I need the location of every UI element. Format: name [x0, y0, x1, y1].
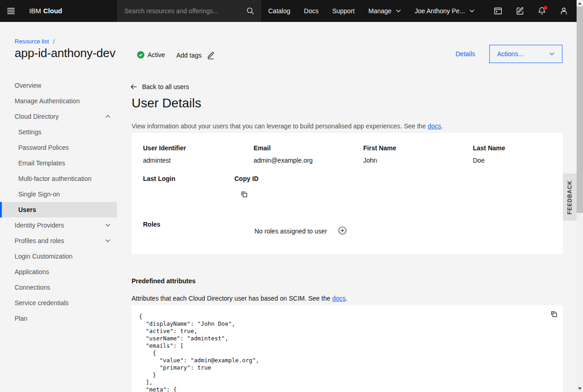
- roles-empty-text: No roles assigned to user: [254, 228, 327, 235]
- breadcrumb-resource-list[interactable]: Resource list: [15, 38, 49, 45]
- menu-icon: [6, 6, 16, 16]
- sidebar-item-overview[interactable]: Overview: [0, 78, 117, 93]
- sidebar-item-password-polices[interactable]: Password Polices: [0, 140, 117, 155]
- chevron-down-icon: [105, 239, 111, 243]
- add-tags-button[interactable]: Add tags: [176, 51, 215, 59]
- user-identifier-value: admintest: [143, 157, 171, 164]
- predef-desc-text: Attributes that each Cloud Directory use…: [132, 295, 332, 302]
- sidebar-item-service-credentials[interactable]: Service credentials: [0, 295, 117, 311]
- chevron-up-icon: [105, 115, 111, 118]
- brand-logo[interactable]: IBM Cloud: [29, 0, 62, 22]
- status-badge: Active: [137, 51, 165, 58]
- sidebar-item-label: Manage Authentication: [15, 97, 80, 105]
- brand-ibm: IBM: [29, 7, 41, 15]
- predefined-attributes-description: Attributes that each Cloud Directory use…: [132, 295, 347, 302]
- email-value: admin@example.org: [254, 157, 313, 164]
- sidebar-item-connections[interactable]: Connections: [0, 280, 117, 295]
- details-link[interactable]: Details: [456, 50, 475, 58]
- scrollbar-up-arrow[interactable]: [578, 2, 582, 5]
- sidebar-item-identity-providers[interactable]: Identity Providers: [0, 217, 117, 233]
- sidebar-item-multi-factor-authentication[interactable]: Multi-factor authentication: [0, 171, 117, 186]
- header-icon-buttons: [487, 0, 575, 22]
- predefined-attributes-heading: Predefined attributes: [132, 277, 196, 285]
- sidebar-item-label: Plan: [15, 315, 27, 322]
- sidebar-item-label: Login Customization: [15, 253, 73, 260]
- user-avatar-icon: [559, 6, 568, 16]
- chevron-down-icon: [105, 223, 111, 227]
- add-role-button[interactable]: [338, 226, 347, 235]
- docs-link[interactable]: docs: [332, 295, 346, 302]
- side-nav: Overview Manage Authentication Cloud Dir…: [0, 78, 117, 326]
- menu-button[interactable]: [0, 0, 22, 22]
- sidebar-item-users[interactable]: Users: [0, 202, 117, 217]
- nav-support[interactable]: Support: [325, 0, 361, 22]
- last-login-label: Last Login: [143, 175, 175, 182]
- last-name-label: Last Name: [473, 144, 505, 152]
- nav-manage-menu[interactable]: Manage: [361, 0, 408, 22]
- vertical-scrollbar[interactable]: [577, 0, 583, 392]
- copy-id-label: Copy ID: [234, 175, 259, 182]
- docs-link[interactable]: docs: [428, 122, 441, 130]
- sidebar-item-label: Applications: [15, 268, 49, 275]
- sidebar-item-label: Users: [18, 206, 36, 213]
- search-button[interactable]: [239, 0, 261, 22]
- notifications-button[interactable]: [531, 0, 553, 22]
- sidebar-item-single-sign-on[interactable]: Single Sign-on: [0, 186, 117, 202]
- sidebar-item-manage-authentication[interactable]: Manage Authentication: [0, 93, 117, 109]
- sidebar-item-label: Identity Providers: [15, 222, 64, 229]
- top-nav: IBM Cloud Catalog Docs Support Manage Jo…: [0, 0, 577, 22]
- add-circle-icon: [338, 226, 347, 235]
- chevron-down-icon: [549, 52, 555, 56]
- sidebar-item-label: Overview: [15, 82, 41, 89]
- actions-dropdown[interactable]: Actions...: [489, 45, 562, 63]
- sidebar-item-label: Settings: [18, 128, 42, 136]
- sidebar-item-login-customization[interactable]: Login Customization: [0, 249, 117, 264]
- nav-manage-label: Manage: [368, 7, 392, 15]
- sidebar-item-profiles-and-roles[interactable]: Profiles and roles: [0, 233, 117, 249]
- first-name-value: John: [363, 157, 377, 164]
- sidebar-item-label: Email Templates: [18, 159, 65, 167]
- copy-code-button[interactable]: [550, 310, 558, 318]
- doc-feedback-button[interactable]: [509, 0, 531, 22]
- sidebar-item-plan[interactable]: Plan: [0, 311, 117, 326]
- actions-label: Actions...: [497, 50, 524, 58]
- sidebar-item-settings[interactable]: Settings: [0, 124, 117, 140]
- scrollbar-thumb[interactable]: [577, 6, 583, 213]
- sidebar-item-applications[interactable]: Applications: [0, 264, 117, 280]
- scim-attributes-code-block: { "displayName": "John Doe", "active": t…: [132, 305, 563, 392]
- sidebar-item-label: Service credentials: [15, 299, 69, 307]
- copy-icon: [240, 191, 248, 198]
- nav-docs[interactable]: Docs: [297, 0, 325, 22]
- scrollbar-down-arrow[interactable]: [578, 387, 582, 390]
- chevron-down-icon: [469, 9, 475, 13]
- copy-id-button[interactable]: [240, 191, 248, 198]
- arrow-left-icon: [130, 83, 138, 90]
- sidebar-item-cloud-directory[interactable]: Cloud Directory: [0, 109, 117, 124]
- chevron-down-icon: [396, 9, 401, 13]
- sidebar-item-label: Password Polices: [18, 144, 69, 151]
- page-title: app-id-anthony-dev: [15, 46, 115, 60]
- back-link-label: Back to all users: [142, 83, 189, 90]
- sidebar-item-label: Profiles and roles: [15, 237, 64, 244]
- nav-catalog[interactable]: Catalog: [261, 0, 297, 22]
- code-content: { "displayName": "John Doe", "active": t…: [132, 305, 563, 392]
- sidebar-item-email-templates[interactable]: Email Templates: [0, 155, 117, 171]
- status-label: Active: [148, 51, 165, 58]
- brand-cloud: Cloud: [43, 7, 62, 15]
- lead-text: View information about your users that y…: [132, 122, 428, 130]
- roles-label: Roles: [143, 221, 160, 228]
- back-to-all-users-link[interactable]: Back to all users: [130, 83, 189, 90]
- notification-dot: [544, 6, 547, 10]
- web-terminal-button[interactable]: [487, 0, 509, 22]
- global-search: [117, 0, 261, 22]
- nav-account-menu[interactable]: Joe Anthony Pe...: [408, 0, 482, 22]
- user-details-card: User Identifier Email First Name Last Na…: [132, 133, 563, 254]
- search-input[interactable]: [117, 0, 239, 22]
- last-name-value: Doe: [473, 157, 485, 164]
- nav-account-label: Joe Anthony Pe...: [415, 7, 465, 15]
- predef-desc-period: .: [345, 295, 347, 302]
- checkmark-filled-icon: [137, 51, 144, 58]
- profile-button[interactable]: [553, 0, 575, 22]
- lead-period: .: [441, 122, 443, 130]
- feedback-tab[interactable]: FEEDBACK: [563, 174, 577, 221]
